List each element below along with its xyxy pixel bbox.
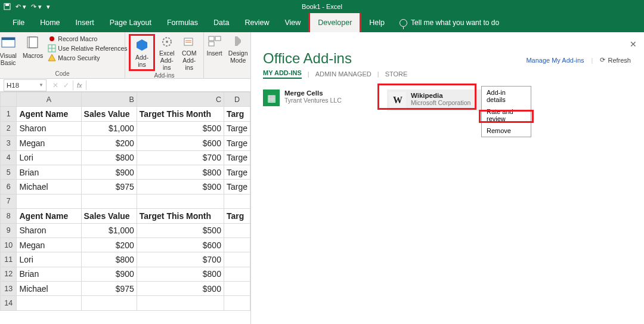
cell[interactable]: [224, 252, 250, 267]
tab-help[interactable]: Help: [361, 13, 392, 32]
cell[interactable]: Targe: [224, 180, 250, 194]
cell[interactable]: Megan: [17, 136, 81, 150]
row-header-7[interactable]: 7: [1, 194, 17, 208]
cell[interactable]: [224, 194, 250, 208]
cell[interactable]: [81, 296, 137, 310]
cell[interactable]: $700: [137, 150, 224, 165]
customize-qat-icon[interactable]: ▾: [47, 3, 50, 11]
cell[interactable]: [137, 296, 224, 310]
cancel-icon[interactable]: ✕: [52, 81, 58, 90]
cell[interactable]: $800: [137, 165, 224, 179]
context-addin-details[interactable]: Add-in details: [482, 87, 531, 106]
cell[interactable]: $900: [137, 282, 224, 296]
select-all-cell[interactable]: [1, 92, 17, 107]
com-addins-button[interactable]: COM Add-ins: [179, 34, 200, 72]
row-header-3[interactable]: 3: [1, 136, 17, 150]
cell[interactable]: Agent Name: [17, 209, 81, 223]
cell[interactable]: Sales Value: [81, 209, 137, 223]
cell[interactable]: Targe: [224, 136, 250, 150]
column-header-B[interactable]: B: [81, 92, 137, 107]
excel-addins-button[interactable]: Excel Add-ins: [156, 34, 178, 72]
cell[interactable]: $800: [81, 150, 137, 165]
use-relative-button[interactable]: Use Relative References: [48, 44, 127, 53]
cell[interactable]: [224, 237, 250, 252]
tab-page-layout[interactable]: Page Layout: [102, 13, 159, 32]
macro-security-button[interactable]: Macro Security: [48, 53, 127, 63]
cell[interactable]: Sharon: [17, 223, 81, 237]
spreadsheet-grid[interactable]: ABCD1Agent NameSales ValueTarget This Mo…: [0, 92, 250, 311]
row-header-11[interactable]: 11: [1, 252, 17, 267]
tell-me-search[interactable]: Tell me what you want to do: [400, 18, 499, 27]
tab-home[interactable]: Home: [32, 13, 67, 32]
row-header-5[interactable]: 5: [1, 165, 17, 179]
cell[interactable]: Brian: [17, 267, 81, 281]
column-header-C[interactable]: C: [137, 92, 224, 107]
cell[interactable]: $500: [137, 121, 224, 135]
cell[interactable]: [81, 194, 137, 208]
tab-view[interactable]: View: [277, 13, 308, 32]
tab-store[interactable]: STORE: [385, 70, 408, 78]
cell[interactable]: [137, 194, 224, 208]
context-remove[interactable]: Remove: [482, 125, 531, 137]
close-icon[interactable]: ✕: [630, 39, 637, 49]
row-header-13[interactable]: 13: [1, 282, 17, 296]
row-header-4[interactable]: 4: [1, 150, 17, 165]
cell[interactable]: $200: [81, 237, 137, 252]
row-header-2[interactable]: 2: [1, 121, 17, 135]
enter-icon[interactable]: ✓: [63, 81, 69, 90]
cell[interactable]: $1,000: [81, 121, 137, 135]
chevron-down-icon[interactable]: ▼: [39, 82, 46, 88]
cell[interactable]: [224, 267, 250, 281]
save-icon[interactable]: [4, 3, 11, 10]
cell[interactable]: $900: [81, 267, 137, 281]
cell[interactable]: Targ: [224, 209, 250, 223]
cell[interactable]: [17, 194, 81, 208]
cell[interactable]: [224, 296, 250, 310]
insert-control-button[interactable]: Insert: [205, 34, 225, 58]
row-header-14[interactable]: 14: [1, 296, 17, 310]
fx-icon[interactable]: fx: [73, 81, 86, 90]
cell[interactable]: $1,000: [81, 223, 137, 237]
cell[interactable]: $900: [81, 165, 137, 179]
cell[interactable]: Targe: [224, 121, 250, 135]
cell[interactable]: $600: [137, 237, 224, 252]
cell[interactable]: Brian: [17, 165, 81, 179]
name-box[interactable]: H18 ▼: [4, 79, 47, 91]
design-mode-button[interactable]: Design Mode: [226, 34, 250, 65]
cell[interactable]: $975: [81, 180, 137, 194]
addin-merge-cells[interactable]: ▦ Merge Cells Tyrant Ventures LLC: [263, 90, 376, 111]
addins-button[interactable]: Add- ins: [129, 34, 155, 71]
undo-icon[interactable]: ↶ ▾: [16, 3, 26, 11]
row-header-8[interactable]: 8: [1, 209, 17, 223]
tab-formulas[interactable]: Formulas: [159, 13, 206, 32]
cell[interactable]: $700: [137, 252, 224, 267]
visual-basic-button[interactable]: Visual Basic: [0, 34, 19, 67]
cell[interactable]: Targe: [224, 165, 250, 179]
tab-review[interactable]: Review: [237, 13, 277, 32]
cell[interactable]: [224, 223, 250, 237]
macros-button[interactable]: Macros: [20, 34, 45, 60]
cell[interactable]: Michael: [17, 282, 81, 296]
cell[interactable]: Sharon: [17, 121, 81, 135]
cell[interactable]: Lori: [17, 150, 81, 165]
row-header-10[interactable]: 10: [1, 237, 17, 252]
cell[interactable]: $800: [137, 267, 224, 281]
cell[interactable]: Michael: [17, 180, 81, 194]
tab-developer[interactable]: Developer: [310, 13, 360, 32]
cell[interactable]: Sales Value: [81, 107, 137, 121]
tab-my-addins[interactable]: MY ADD-INS: [263, 69, 302, 79]
row-header-6[interactable]: 6: [1, 180, 17, 194]
cell[interactable]: Agent Name: [17, 107, 81, 121]
column-header-A[interactable]: A: [17, 92, 81, 107]
manage-addins-link[interactable]: Manage My Add-ins: [526, 57, 584, 64]
cell[interactable]: Megan: [17, 237, 81, 252]
cell[interactable]: Target This Month: [137, 107, 224, 121]
row-header-9[interactable]: 9: [1, 223, 17, 237]
redo-icon[interactable]: ↷ ▾: [31, 3, 42, 11]
tab-file[interactable]: File: [5, 13, 32, 32]
tab-insert[interactable]: Insert: [68, 13, 102, 32]
tab-admin-managed[interactable]: ADMIN MANAGED: [315, 70, 371, 78]
refresh-button[interactable]: ⟳ Refresh: [600, 56, 631, 64]
context-rate-review[interactable]: Rate and review: [482, 106, 531, 125]
cell[interactable]: $500: [137, 223, 224, 237]
